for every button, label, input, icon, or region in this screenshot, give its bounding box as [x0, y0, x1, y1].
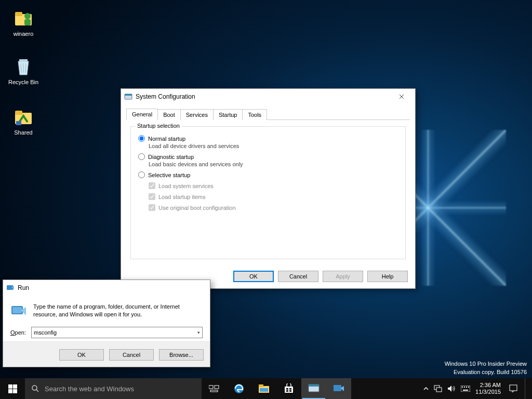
task-view-icon: [209, 384, 219, 393]
cancel-button[interactable]: Cancel: [109, 349, 154, 361]
desktop-icon-winaero[interactable]: winaero: [5, 8, 42, 37]
desktop-icon-shared[interactable]: Shared: [5, 107, 42, 136]
action-center-button[interactable]: [509, 384, 517, 393]
msconfig-icon: [124, 92, 132, 101]
run-icon: [6, 284, 15, 292]
show-desktop-button[interactable]: [525, 378, 528, 399]
radio-normal-startup[interactable]: Normal startup: [138, 135, 398, 142]
clock-date: 11/3/2015: [475, 389, 501, 395]
taskbar-item-edge[interactable]: [227, 378, 251, 399]
svg-rect-1: [15, 12, 22, 16]
search-placeholder: Search the web and Windows: [45, 385, 134, 393]
desktop-icon-label: winaero: [5, 31, 42, 37]
svg-rect-12: [125, 94, 132, 96]
recycle-bin-icon: [13, 56, 34, 77]
titlebar[interactable]: System Configuration: [121, 89, 415, 104]
svg-rect-27: [259, 384, 263, 387]
radio-selective-startup[interactable]: Selective startup: [138, 171, 398, 178]
svg-rect-36: [334, 385, 341, 391]
radio-diagnostic-startup[interactable]: Diagnostic startup: [138, 153, 398, 160]
radio-normal-desc: Load all device drivers and services: [149, 143, 398, 149]
taskbar-search[interactable]: Search the web and Windows: [25, 378, 202, 399]
tray-keyboard-icon[interactable]: [461, 385, 470, 392]
desktop-icon-label: Recycle Bin: [5, 79, 42, 85]
svg-rect-23: [215, 385, 219, 389]
tab-general[interactable]: General: [126, 109, 158, 120]
tab-tools[interactable]: Tools: [242, 109, 267, 120]
radio-normal-input[interactable]: [138, 135, 145, 142]
taskbar-item-run[interactable]: [326, 378, 351, 399]
window-title: System Configuration: [136, 93, 391, 100]
ok-button[interactable]: OK: [59, 349, 104, 361]
tab-startup[interactable]: Startup: [213, 109, 243, 120]
taskbar-item-store[interactable]: [276, 378, 301, 399]
desktop-watermark: Windows 10 Pro Insider Preview Evaluatio…: [445, 360, 527, 376]
tab-services[interactable]: Services: [180, 109, 214, 120]
svg-rect-41: [462, 387, 463, 388]
windows-logo-icon: [8, 384, 17, 393]
tray-volume-icon[interactable]: [447, 385, 456, 392]
svg-rect-9: [15, 111, 22, 115]
checkbox-label: Load system services: [158, 183, 214, 189]
shared-folder-icon: [13, 107, 34, 127]
radio-diagnostic-input[interactable]: [138, 153, 145, 160]
task-view-button[interactable]: [202, 378, 227, 399]
svg-rect-33: [289, 390, 291, 392]
group-legend: Startup selection: [135, 123, 182, 129]
keyboard-icon: [461, 385, 470, 392]
tray-network-icon[interactable]: [434, 385, 442, 392]
svg-rect-45: [463, 390, 468, 391]
taskbar-item-explorer[interactable]: [251, 378, 276, 399]
radio-diagnostic-desc: Load basic devices and services only: [149, 161, 398, 167]
help-button[interactable]: Help: [367, 271, 408, 282]
open-label: Open:: [10, 329, 26, 336]
open-combobox[interactable]: msconfig ▾: [31, 327, 203, 338]
titlebar[interactable]: Run: [3, 280, 210, 296]
edge-icon: [233, 383, 245, 394]
checkbox-input[interactable]: [149, 193, 155, 200]
taskbar-clock[interactable]: 2:36 AM 11/3/2015: [475, 382, 504, 395]
svg-rect-28: [260, 388, 268, 392]
radio-label: Diagnostic startup: [148, 154, 194, 160]
svg-rect-31: [289, 388, 291, 390]
ok-button[interactable]: OK: [233, 271, 274, 282]
system-configuration-window: System Configuration General Boot Servic…: [121, 88, 416, 289]
svg-rect-39: [461, 385, 470, 392]
svg-rect-30: [286, 388, 288, 390]
svg-rect-3: [24, 19, 31, 25]
taskbar: Search the web and Windows 2:36 AM 11/3/…: [0, 378, 532, 399]
run-dialog: Run Type the name of a program, folder, …: [3, 280, 210, 367]
svg-rect-44: [468, 387, 469, 388]
svg-rect-46: [510, 385, 517, 391]
svg-rect-22: [209, 385, 213, 389]
svg-rect-43: [466, 387, 467, 388]
desktop-icon-recycle-bin[interactable]: Recycle Bin: [5, 56, 42, 85]
apply-button[interactable]: Apply: [323, 271, 363, 282]
dialog-button-row: OK Cancel Browse...: [3, 341, 210, 367]
file-explorer-icon: [258, 383, 270, 394]
browse-button[interactable]: Browse...: [159, 349, 204, 361]
action-center-icon: [509, 384, 517, 393]
tray-show-hidden-icon[interactable]: [423, 386, 429, 391]
svg-line-21: [36, 390, 38, 392]
checkbox-label: Load startup items: [158, 194, 206, 200]
check-load-startup-items[interactable]: Load startup items: [149, 193, 398, 200]
check-load-system-services[interactable]: Load system services: [149, 182, 398, 189]
taskbar-item-msconfig[interactable]: [301, 378, 326, 399]
search-icon: [31, 384, 39, 393]
tab-boot[interactable]: Boot: [157, 109, 181, 120]
check-original-boot-config[interactable]: Use original boot configuration: [149, 204, 398, 211]
svg-rect-10: [16, 121, 21, 125]
start-button[interactable]: [0, 378, 25, 399]
cancel-button[interactable]: Cancel: [278, 271, 318, 282]
radio-selective-input[interactable]: [138, 171, 145, 178]
svg-rect-42: [464, 387, 465, 388]
run-large-icon: [10, 303, 27, 320]
close-button[interactable]: [391, 89, 412, 104]
tab-strip: General Boot Services Startup Tools: [126, 108, 410, 120]
desktop-icon-label: Shared: [5, 129, 42, 136]
svg-rect-35: [309, 384, 319, 387]
checkbox-input[interactable]: [149, 204, 155, 211]
checkbox-input[interactable]: [149, 182, 155, 189]
system-tray: 2:36 AM 11/3/2015: [419, 378, 532, 399]
